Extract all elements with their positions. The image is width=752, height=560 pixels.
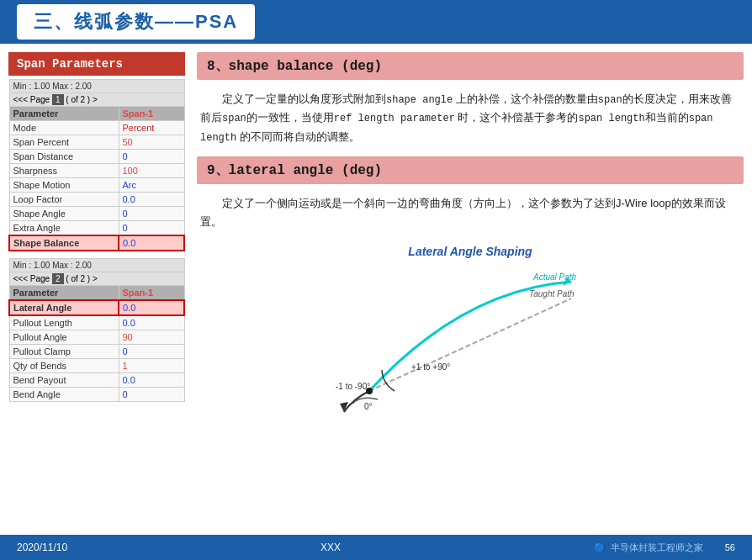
table-row: Loop Factor 0.0 bbox=[9, 193, 184, 207]
section8-description: 定义了一定量的以角度形式附加到shape angle 上的补偿，这个补偿的数量由… bbox=[197, 87, 744, 150]
lateral-angle-diagram: Taught Path Actual Path -1 to -90° bbox=[327, 265, 613, 416]
section8-title-box: 8、shape balance (deg) bbox=[197, 52, 744, 80]
section8-title: 8、shape balance (deg) bbox=[207, 59, 382, 74]
page2-param-header: Parameter bbox=[9, 286, 119, 301]
footer-logo-label: 半导体封装工程师之家 bbox=[611, 542, 703, 554]
diagram-area: Lateral Angle Shaping Taught Path Actual… bbox=[197, 241, 744, 526]
page2-table: Min : 1.00 Max : 2.00 <<< Page 2 ( of 2 … bbox=[8, 258, 185, 402]
lateral-angle-row: Lateral Angle 0.0 bbox=[9, 300, 184, 315]
section9-title-box: 9、lateral angle (deg) bbox=[197, 156, 744, 184]
table-row: Bend Payout 0.0 bbox=[9, 373, 184, 388]
section9-title: 9、lateral angle (deg) bbox=[207, 163, 382, 178]
table-row: Mode Percent bbox=[9, 121, 184, 135]
svg-text:+1 to +90°: +1 to +90° bbox=[411, 362, 450, 372]
main-content: Span Parameters Min : 1.00 Max : 2.00 <<… bbox=[0, 44, 752, 535]
svg-text:0°: 0° bbox=[364, 402, 373, 411]
svg-text:Actual Path: Actual Path bbox=[532, 272, 577, 282]
table-row: Extra Angle 0 bbox=[9, 221, 184, 236]
diagram-title: Lateral Angle Shaping bbox=[408, 245, 532, 258]
footer-center: XXX bbox=[320, 542, 341, 553]
slide: 三、线弧参数——PSA Span Parameters Min : 1.00 M… bbox=[0, 0, 752, 560]
page1-nav: <<< Page bbox=[13, 95, 50, 104]
table-row: Sharpness 100 bbox=[9, 164, 184, 178]
footer-logo: 🔵 半导体封装工程师之家 56 bbox=[594, 542, 735, 554]
table-row: Qty of Bends 1 bbox=[9, 359, 184, 373]
table-row: Span Distance 0 bbox=[9, 150, 184, 164]
table-row: Span Percent 50 bbox=[9, 135, 184, 150]
page2-span-header: Span-1 bbox=[119, 286, 184, 301]
footer-date: 2020/11/10 bbox=[17, 542, 67, 553]
page1-of: ( of 2 ) > bbox=[66, 95, 98, 104]
table-row: Pullout Angle 90 bbox=[9, 330, 184, 345]
page2-num: 2 bbox=[52, 273, 64, 284]
table-row: Shape Angle 0 bbox=[9, 207, 184, 221]
table-row: Shape Motion Arc bbox=[9, 178, 184, 193]
table-row: Pullout Clamp 0 bbox=[9, 345, 184, 359]
header-title: 三、线弧参数——PSA bbox=[34, 11, 238, 32]
svg-point-9 bbox=[366, 388, 373, 394]
footer-page: 56 bbox=[725, 542, 735, 552]
table-row: Pullout Length 0.0 bbox=[9, 315, 184, 330]
svg-text:Taught Path: Taught Path bbox=[529, 289, 575, 298]
col-span-header: Span-1 bbox=[119, 107, 184, 121]
page2-nav: <<< Page bbox=[13, 274, 50, 283]
table-row: Bend Angle 0 bbox=[9, 388, 184, 402]
shape-balance-row: Shape Balance 0.0 bbox=[9, 235, 184, 251]
span-params-header: Span Parameters bbox=[8, 52, 185, 76]
left-panel: Span Parameters Min : 1.00 Max : 2.00 <<… bbox=[8, 52, 185, 526]
section9-description: 定义了一个侧向运动或是一个斜向一边的弯曲角度（方向上），这个参数为了达到J-Wi… bbox=[197, 191, 744, 235]
header-title-box: 三、线弧参数——PSA bbox=[17, 4, 255, 40]
page2-of: ( of 2 ) > bbox=[66, 274, 98, 283]
right-panel: 8、shape balance (deg) 定义了一定量的以角度形式附加到sha… bbox=[193, 52, 744, 526]
footer: 2020/11/10 XXX 🔵 半导体封装工程师之家 56 bbox=[0, 535, 752, 560]
page1-minmax: Min : 1.00 Max : 2.00 bbox=[9, 80, 184, 93]
page2-minmax: Min : 1.00 Max : 2.00 bbox=[9, 259, 184, 272]
page1-table: Min : 1.00 Max : 2.00 <<< Page 1 ( of 2 … bbox=[8, 79, 185, 251]
page1-num: 1 bbox=[52, 94, 64, 105]
col-param-header: Parameter bbox=[9, 107, 119, 121]
svg-text:-1 to -90°: -1 to -90° bbox=[336, 382, 370, 391]
header: 三、线弧参数——PSA bbox=[0, 0, 752, 44]
footer-logo-text: 🔵 bbox=[594, 542, 606, 553]
